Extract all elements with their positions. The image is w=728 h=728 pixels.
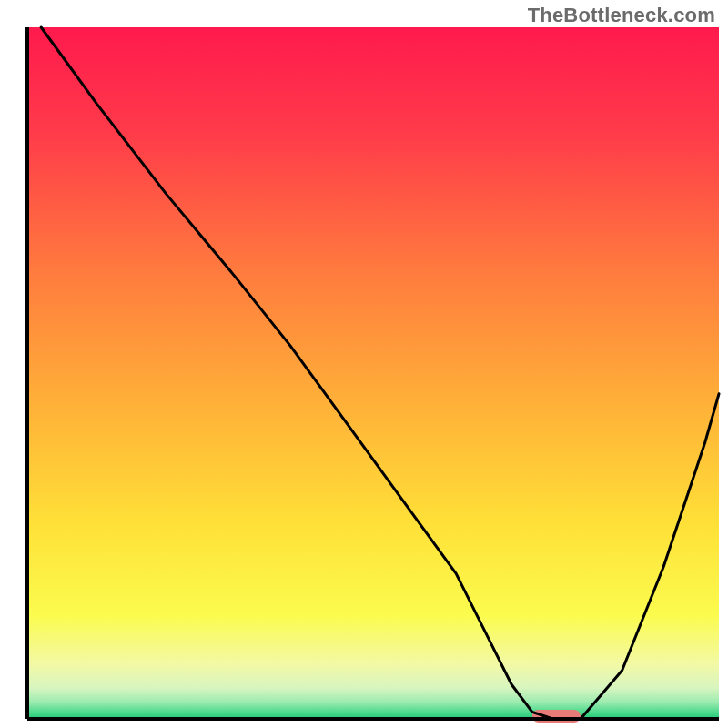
gradient-field bbox=[27, 27, 719, 719]
bottleneck-plot bbox=[0, 0, 728, 728]
chart-frame: TheBottleneck.com bbox=[0, 0, 728, 728]
